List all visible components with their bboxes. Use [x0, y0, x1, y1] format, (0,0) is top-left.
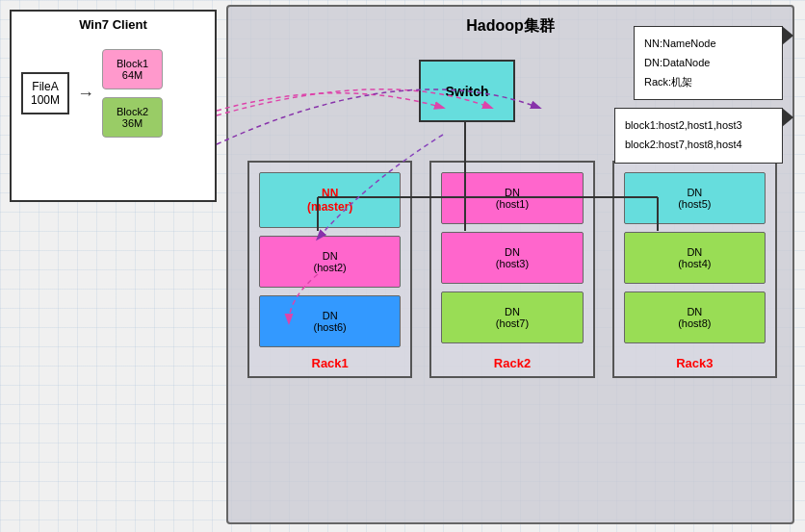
dn-host3-line1: DN	[448, 246, 576, 258]
dn-host8-node: DN (host8)	[624, 291, 766, 343]
file-label: FileA	[31, 80, 60, 93]
legend-nn-line2: DN:DataNode	[644, 54, 772, 73]
dn-host7-line2: (host7)	[448, 317, 576, 329]
dn-host7-node: DN (host7)	[441, 291, 583, 343]
rack1: NN (master) DN (host2) DN (host6) Rack1	[247, 161, 412, 378]
block1-box: Block1 64M	[102, 49, 163, 89]
legend-nn-box: NN:NameNode DN:DataNode Rack:机架	[634, 26, 783, 100]
dn-host2-line1: DN	[266, 250, 394, 262]
nn-line1: NN	[266, 187, 394, 200]
dn-host5-line2: (host5)	[631, 198, 759, 210]
legend-block-box: block1:host2,host1,host3 block2:host7,ho…	[614, 108, 783, 164]
block2-size: 36M	[117, 117, 148, 129]
switch-label: Switch	[445, 84, 488, 99]
rack1-label: Rack1	[249, 356, 410, 370]
dn-host6-node: DN (host6)	[259, 295, 401, 347]
block1-label: Block1	[117, 58, 148, 69]
file-box: FileA 100M	[21, 72, 69, 114]
dn-host2-node: DN (host2)	[259, 236, 401, 288]
dn-host6-line1: DN	[266, 310, 394, 321]
win7-client-box: Win7 Client FileA 100M → Block1 64M Bloc…	[10, 10, 217, 202]
legend-block-line2: block2:host7,host8,host4	[625, 136, 772, 155]
dn-host8-line2: (host8)	[631, 317, 759, 329]
file-size: 100M	[31, 93, 60, 107]
dn-host6-line2: (host6)	[266, 321, 394, 333]
switch-box: Switch	[419, 60, 515, 122]
nn-line2: (master)	[266, 200, 394, 214]
arrow-icon: →	[77, 84, 94, 104]
dn-host7-line1: DN	[448, 306, 576, 317]
nn-master-node: NN (master)	[259, 172, 401, 228]
hadoop-cluster-box: Hadoop集群 Switch NN (master) DN (host2) D…	[226, 5, 794, 524]
dn-host1-node: DN (host1)	[441, 172, 583, 224]
dn-host3-node: DN (host3)	[441, 232, 583, 284]
legend-nn-line3: Rack:机架	[644, 73, 772, 92]
block2-label: Block2	[117, 106, 148, 117]
dn-host1-line1: DN	[448, 187, 576, 198]
rack3: DN (host5) DN (host4) DN (host8) Rack3	[612, 161, 777, 378]
legend-nn-line1: NN:NameNode	[644, 35, 772, 54]
dn-host5-line1: DN	[631, 187, 759, 198]
dn-host3-line2: (host3)	[448, 258, 576, 269]
dn-host4-line2: (host4)	[631, 258, 759, 269]
blocks-column: Block1 64M Block2 36M	[102, 49, 163, 138]
dn-host1-line2: (host1)	[448, 198, 576, 210]
legend-block-line1: block1:host2,host1,host3	[625, 116, 772, 136]
block1-size: 64M	[117, 69, 148, 81]
dn-host2-line2: (host2)	[266, 262, 394, 273]
rack3-label: Rack3	[614, 356, 775, 370]
win7-title: Win7 Client	[12, 12, 215, 39]
block2-box: Block2 36M	[102, 97, 163, 138]
dn-host8-line1: DN	[631, 306, 759, 317]
dn-host4-line1: DN	[631, 246, 759, 258]
racks-area: NN (master) DN (host2) DN (host6) Rack1 …	[247, 161, 777, 378]
rack2-label: Rack2	[431, 356, 592, 370]
dn-host4-node: DN (host4)	[624, 232, 766, 284]
rack2: DN (host1) DN (host3) DN (host7) Rack2	[429, 161, 594, 378]
dn-host5-node: DN (host5)	[624, 172, 766, 224]
